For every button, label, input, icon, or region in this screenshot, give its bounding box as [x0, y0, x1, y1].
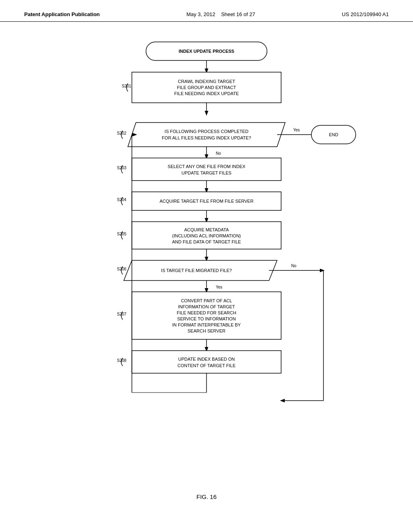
svg-text:IS TARGET FILE MIGRATED FILE?: IS TARGET FILE MIGRATED FILE? [161, 268, 232, 273]
svg-text:Yes: Yes [293, 128, 300, 132]
figure-label: FIG. 16 [196, 493, 217, 500]
svg-text:CRAWL INDEXING TARGET: CRAWL INDEXING TARGET [178, 79, 235, 84]
header: Patent Application Publication May 3, 20… [0, 0, 413, 22]
svg-text:ACQUIRE TARGET FILE FROM FILE : ACQUIRE TARGET FILE FROM FILE SERVER [160, 199, 254, 204]
svg-text:FILE NEEDING INDEX UPDATE: FILE NEEDING INDEX UPDATE [174, 91, 239, 96]
svg-rect-20 [132, 158, 281, 181]
diagram-area: .fc-text { font-family: Arial, Helvetica… [0, 22, 413, 516]
svg-text:END: END [329, 132, 338, 137]
header-publication: Patent Application Publication [24, 11, 100, 17]
page: Patent Application Publication May 3, 20… [0, 0, 413, 532]
svg-text:Yes: Yes [216, 285, 222, 289]
svg-marker-10 [128, 123, 285, 147]
svg-text:UPDATE TARGET FILES: UPDATE TARGET FILES [181, 170, 232, 175]
svg-text:No: No [216, 151, 221, 156]
svg-text:UPDATE INDEX BASED ON: UPDATE INDEX BASED ON [178, 357, 235, 362]
svg-text:SEARCH SERVER: SEARCH SERVER [188, 328, 225, 333]
svg-text:FOR ALL FILES NEEDING INDEX UP: FOR ALL FILES NEEDING INDEX UPDATE? [162, 135, 251, 140]
svg-text:FILE NEEDED FOR SEARCH: FILE NEEDED FOR SEARCH [177, 310, 236, 315]
header-sheet: Sheet 16 of 27 [221, 11, 255, 17]
header-date: May 3, 2012 [186, 11, 215, 17]
svg-text:IN FORMAT INTERPRETABLE BY: IN FORMAT INTERPRETABLE BY [172, 322, 241, 327]
svg-text:AND FILE DATA OF TARGET FILE: AND FILE DATA OF TARGET FILE [172, 239, 241, 244]
svg-text:SERVICE TO INFORMATION: SERVICE TO INFORMATION [177, 316, 236, 321]
svg-text:IS FOLLOWING PROCESS COMPLETED: IS FOLLOWING PROCESS COMPLETED [165, 129, 248, 134]
svg-text:SELECT ANY ONE FILE FROM INDEX: SELECT ANY ONE FILE FROM INDEX [168, 164, 246, 169]
svg-text:INDEX UPDATE PROCESS: INDEX UPDATE PROCESS [179, 49, 234, 54]
svg-rect-53 [132, 351, 281, 373]
svg-text:(INCLUDING ACL INFORMATION): (INCLUDING ACL INFORMATION) [172, 233, 241, 238]
svg-text:INFORMATION OF TARGET: INFORMATION OF TARGET [178, 304, 235, 309]
svg-text:ACQUIRE METADATA: ACQUIRE METADATA [184, 227, 229, 232]
flowchart-svg: .fc-text { font-family: Arial, Helvetica… [33, 30, 380, 489]
header-date-sheet: May 3, 2012 Sheet 16 of 27 [186, 11, 255, 17]
svg-text:CONTENT OF TARGET FILE: CONTENT OF TARGET FILE [177, 363, 236, 368]
svg-text:No: No [291, 264, 296, 268]
svg-text:CONVERT PART OF ACL: CONVERT PART OF ACL [181, 298, 232, 303]
header-patent-number: US 2012/109940 A1 [342, 11, 389, 17]
svg-text:FILE GROUP AND EXTRACT: FILE GROUP AND EXTRACT [177, 85, 236, 90]
